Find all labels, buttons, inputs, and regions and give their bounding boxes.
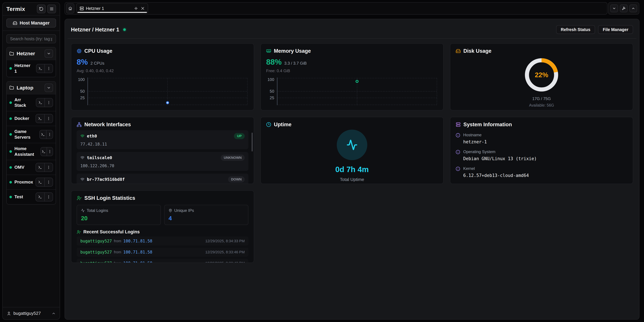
host-name: OMV	[14, 165, 24, 170]
host-more-menu-button[interactable]	[46, 147, 53, 156]
interface-name: eth0	[87, 134, 97, 139]
expand-panel-button[interactable]	[630, 5, 637, 12]
server-stats-panel: Hetzner / Hetzner 1 Refresh Status File …	[64, 19, 640, 320]
user-check-icon	[77, 196, 82, 201]
scrollbar-thumb[interactable]	[252, 133, 253, 151]
cpu-load-average: Avg: 0.40, 0.40, 0.42	[77, 69, 248, 73]
sidebar-menu-button[interactable]	[47, 5, 56, 13]
terminal-icon	[38, 195, 42, 199]
split-view-icon[interactable]	[134, 6, 138, 11]
terminal-icon	[38, 117, 42, 121]
disk-usage: 17G / 75G	[532, 96, 551, 101]
login-row: bugattiguy527 from 100.71.81.58 12/29/20…	[77, 248, 248, 257]
login-timestamp: 12/29/2025, 8:34:33 PM	[205, 239, 245, 243]
host-more-menu-button[interactable]	[44, 64, 53, 73]
host-row[interactable]: Hetzner 1	[7, 60, 56, 77]
collapse-panel-button[interactable]	[610, 5, 618, 12]
open-terminal-button[interactable]	[40, 130, 46, 139]
uptime-label: Total Uptime	[340, 177, 364, 182]
refresh-hosts-button[interactable]	[37, 5, 46, 13]
memory-percent: 88%	[266, 57, 282, 67]
host-more-menu-button[interactable]	[44, 178, 53, 186]
network-interfaces-card: Network Interfaces eth0 UP 77.42.18.11	[71, 117, 254, 184]
interface-row[interactable]: tailscale0 UNKNOWN 100.122.206.70	[77, 152, 248, 171]
total-logins-stat: Total Logins 20	[77, 205, 161, 225]
collapse-group-button[interactable]	[44, 84, 53, 92]
open-terminal-button[interactable]	[41, 147, 46, 156]
tools-button[interactable]	[620, 5, 628, 12]
folder-icon	[10, 86, 14, 90]
group-name: Hetzner	[16, 51, 35, 56]
chevron-down-icon	[47, 52, 51, 56]
group-header[interactable]: Laptop	[7, 82, 56, 94]
chevron-up-icon	[632, 7, 635, 10]
memory-free: Free: 0.4 GiB	[266, 69, 438, 73]
ellipsis-vertical-icon	[46, 180, 51, 184]
host-online-dot	[10, 67, 12, 70]
system-value: Debian GNU/Linux 13 (trixie)	[463, 156, 537, 161]
host-more-menu-button[interactable]	[44, 193, 53, 201]
host-row[interactable]: Proxmox	[7, 175, 56, 189]
file-manager-button[interactable]: File Manager	[598, 25, 633, 34]
host-online-dot	[10, 196, 12, 198]
host-more-menu-button[interactable]	[44, 98, 53, 107]
cpu-usage-card: CPU Usage 8% 2 CPUs Avg: 0.40, 0.40, 0.4…	[71, 43, 254, 111]
host-row[interactable]: Arr Stack	[7, 94, 56, 111]
ellipsis-vertical-icon	[47, 67, 51, 71]
interface-ip: 77.42.18.11	[80, 142, 245, 147]
group-header[interactable]: Hetzner	[7, 47, 56, 60]
collapse-group-button[interactable]	[44, 49, 53, 58]
login-ip: 100.71.81.58	[123, 261, 152, 263]
app-title: Termix	[6, 6, 25, 12]
y-tick: 100	[266, 77, 274, 82]
login-user: bugattiguy527	[80, 239, 112, 243]
tab-label: Hetzner 1	[86, 6, 104, 11]
host-row[interactable]: OMV	[7, 160, 56, 175]
interface-status-badge: DOWN	[228, 176, 245, 182]
wifi-icon	[80, 156, 84, 160]
ellipsis-vertical-icon	[46, 195, 51, 199]
home-button[interactable]	[66, 3, 74, 14]
hard-drive-icon	[13, 21, 17, 25]
host-row[interactable]: Test	[7, 189, 56, 204]
search-input[interactable]	[6, 34, 56, 43]
memory-chart: 100 50 25	[277, 77, 437, 106]
open-terminal-button[interactable]	[36, 114, 44, 123]
host-manager-section: Host Manager	[3, 16, 60, 31]
host-row[interactable]: Docker	[7, 111, 56, 126]
refresh-status-button[interactable]: Refresh Status	[556, 25, 595, 34]
host-row[interactable]: Home Assistant	[7, 143, 56, 160]
unique-ips-stat: Unique IPs 4	[164, 205, 248, 225]
host-name: Test	[14, 194, 23, 200]
close-tab-icon[interactable]	[141, 6, 145, 11]
ellipsis-vertical-icon	[46, 165, 51, 169]
rotate-ccw-icon	[39, 7, 44, 11]
host-name: Game Servers	[14, 129, 37, 140]
open-terminal-button[interactable]	[36, 163, 44, 172]
server-rack-icon	[456, 122, 461, 127]
tab-hetzner-1[interactable]: Hetzner 1	[76, 3, 148, 14]
host-manager-button[interactable]: Host Manager	[6, 19, 56, 28]
open-terminal-button[interactable]	[36, 178, 44, 186]
user-menu[interactable]: bugattiguy527	[3, 307, 60, 319]
topbar-controls	[608, 2, 639, 15]
info-icon	[456, 167, 460, 178]
cpu-icon	[77, 49, 82, 54]
ellipsis-vertical-icon	[48, 132, 52, 137]
host-row[interactable]: Game Servers	[7, 126, 56, 143]
interface-row[interactable]: br-77ac9516bd8f DOWN 172.22.0.1	[77, 174, 248, 184]
open-terminal-button[interactable]	[36, 64, 44, 73]
open-terminal-button[interactable]	[36, 98, 44, 107]
host-online-dot	[10, 133, 12, 136]
system-info-row: Kernel 6.12.57+deb13-cloud-amd64	[456, 166, 628, 178]
host-more-menu-button[interactable]	[44, 114, 53, 123]
open-terminal-button[interactable]	[36, 193, 44, 201]
ellipsis-vertical-icon	[48, 150, 52, 154]
host-more-menu-button[interactable]	[44, 163, 53, 172]
cpu-count: 2 CPUs	[90, 61, 104, 66]
host-more-menu-button[interactable]	[46, 130, 53, 139]
interface-row[interactable]: eth0 UP 77.42.18.11	[77, 130, 248, 149]
interface-ip: 100.122.206.70	[80, 164, 245, 168]
clock-icon	[266, 122, 271, 127]
card-title: Disk Usage	[464, 48, 492, 54]
